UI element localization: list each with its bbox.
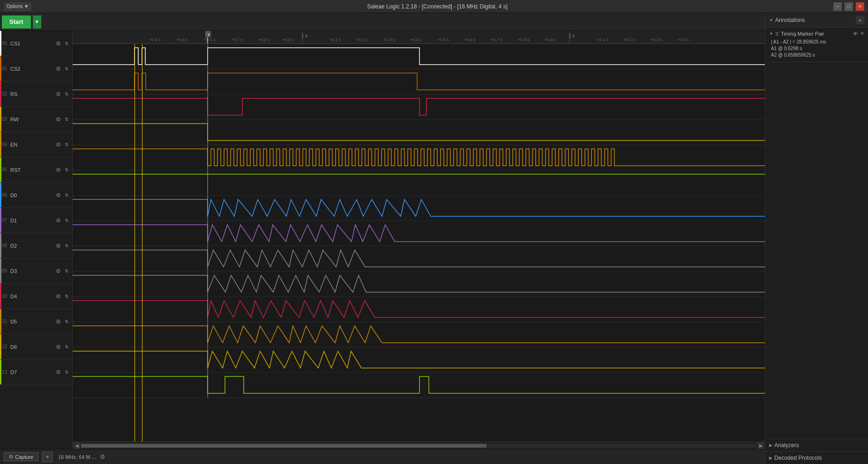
channel-split-1[interactable]: ⇅ (63, 65, 70, 73)
channel-split-8[interactable]: ⇅ (63, 242, 70, 250)
channel-split-3[interactable]: ⇅ (63, 116, 70, 123)
svg-text:+0.6 s: +0.6 s (204, 37, 216, 42)
timing-diff-value: | A1 - A2 | = 28.859625 ms (771, 39, 826, 44)
svg-text:+0.4 s: +0.4 s (149, 37, 161, 42)
channel-split-13[interactable]: ⇅ (63, 368, 70, 376)
timing-diff-row: | A1 - A2 | = 28.859625 ms (769, 39, 864, 44)
waveform-svg-rs (73, 95, 765, 119)
svg-text:+0.8 s: +0.8 s (258, 37, 270, 42)
scrollbar-thumb[interactable] (81, 444, 486, 448)
timing-marker-remove-icon[interactable]: ✕ (860, 30, 864, 37)
waveform-container: 00 CS1 ⚙ ⇅ ··· 01 CS2 ⚙ ⇅ ··· 02 RS ⚙ ⇅ … (0, 31, 765, 449)
decoded-protocols-title: Decoded Protocols (774, 455, 822, 461)
track-row-rw (73, 120, 765, 145)
channel-name-6: D0 (10, 192, 54, 198)
start-arrow-button[interactable]: ▼ (33, 15, 41, 29)
sample-rate-label: 16 MHz, 64 M ... (58, 454, 96, 460)
svg-text:+0.2 s: +0.2 s (623, 37, 635, 42)
channel-gear-8[interactable]: ⚙ (54, 242, 62, 250)
channel-name-3: RW (10, 117, 54, 122)
timing-marker-expand-icon[interactable]: ▼ (769, 31, 773, 36)
extend-button[interactable]: » (42, 452, 52, 462)
svg-text:+0.3 s: +0.3 s (651, 37, 662, 42)
channel-gear-2[interactable]: ⚙ (54, 90, 62, 98)
minimize-button[interactable]: ─ (833, 2, 842, 11)
channel-split-7[interactable]: ⇅ (63, 217, 70, 224)
waveform-svg-cs1 (73, 44, 765, 69)
channel-label-row-d4: 10 D4 ⚙ ⇅ ··· (0, 284, 72, 309)
main-area: Start ▼ 00 CS1 ⚙ ⇅ ··· 01 CS2 ⚙ ⇅ ··· 02… (0, 13, 868, 464)
timing-marker-label: Timing Marker Pair (781, 31, 853, 37)
channel-gear-11[interactable]: ⚙ (54, 318, 62, 325)
channel-split-2[interactable]: ⇅ (63, 90, 70, 98)
channel-dots-0: ··· (0, 52, 1, 55)
options-button[interactable]: Options ▼ (4, 2, 31, 11)
timing-marker-eye-icon[interactable]: 👁 (853, 31, 858, 37)
svg-text:+0.1 s: +0.1 s (597, 37, 608, 42)
waveform-svg-en (73, 145, 765, 170)
channel-num-3: 03 (2, 117, 9, 122)
channel-dots-4: ··· (0, 153, 1, 156)
timing-marker-row: ▼ ⧖ Timing Marker Pair 👁 ✕ (769, 30, 864, 37)
channel-split-5[interactable]: ⇅ (63, 166, 70, 174)
annotations-expand-icon[interactable]: ▼ (769, 18, 773, 22)
analyzers-section: ▶ Analyzers (765, 439, 868, 451)
analyzers-title: Analyzers (774, 442, 799, 449)
channel-split-0[interactable]: ⇅ (63, 40, 70, 47)
svg-text:+0.5 s: +0.5 s (437, 37, 449, 42)
channel-gear-1[interactable]: ⚙ (54, 65, 62, 73)
svg-text:▼: ▼ (207, 33, 210, 37)
timeline: 1 s 2 s +0.4 s +0.5 s +0.6 s +0.7 s +0.8… (73, 31, 765, 44)
svg-text:+0.3 s: +0.3 s (383, 37, 395, 42)
scrollbar-track[interactable] (81, 444, 756, 448)
annotations-add-button[interactable]: + (856, 16, 864, 24)
channel-gear-0[interactable]: ⚙ (54, 40, 62, 47)
channel-gear-4[interactable]: ⚙ (54, 141, 62, 148)
waveform-svg-d3 (73, 272, 765, 296)
channel-gear-5[interactable]: ⚙ (54, 166, 62, 174)
channel-gear-7[interactable]: ⚙ (54, 217, 62, 224)
channel-gear-3[interactable]: ⚙ (54, 116, 62, 123)
channel-dots-6: ··· (0, 203, 1, 206)
scrollbar-left-button[interactable]: ◀ (74, 442, 80, 449)
channel-gear-9[interactable]: ⚙ (54, 267, 62, 275)
channel-gear-12[interactable]: ⚙ (54, 343, 62, 351)
channel-split-4[interactable]: ⇅ (63, 141, 70, 148)
channel-name-5: RST (10, 167, 54, 173)
channel-split-12[interactable]: ⇅ (63, 343, 70, 351)
decoded-protocols-expand-icon[interactable]: ▶ (769, 456, 772, 460)
waveform-svg-rst (73, 170, 765, 195)
channel-label-row-rs: 02 RS ⚙ ⇅ ··· (0, 81, 72, 107)
channel-dots-10: ··· (0, 304, 1, 308)
waveform-svg-d6 (73, 347, 765, 372)
channel-split-9[interactable]: ⇅ (63, 267, 70, 275)
svg-text:+0.9 s: +0.9 s (545, 37, 556, 42)
channel-name-0: CS1 (10, 41, 54, 46)
capture-button[interactable]: ⊙ Capture (4, 452, 38, 461)
analyzers-expand-icon[interactable]: ▶ (769, 443, 772, 448)
channel-dots-5: ··· (0, 178, 1, 181)
analyzers-header[interactable]: ▶ Analyzers (769, 442, 864, 449)
settings-icon[interactable]: ⚙ (100, 453, 105, 460)
scrollbar-right-button[interactable]: ▶ (757, 442, 764, 449)
channel-name-8: D2 (10, 243, 54, 249)
channel-label-row-d2: 08 D2 ⚙ ⇅ ··· (0, 233, 72, 258)
channel-split-11[interactable]: ⇅ (63, 318, 70, 325)
bottom-bar: ⊙ Capture » 16 MHz, 64 M ... ⚙ (0, 449, 765, 464)
decoded-protocols-section: ▶ Decoded Protocols (765, 451, 868, 464)
channel-gear-10[interactable]: ⚙ (54, 293, 62, 300)
scrollbar-area[interactable]: ◀ ▶ (73, 442, 765, 449)
close-button[interactable]: ✕ (856, 2, 864, 11)
channel-dots-2: ··· (0, 102, 1, 105)
channel-split-6[interactable]: ⇅ (63, 191, 70, 199)
start-button[interactable]: Start (2, 15, 31, 29)
svg-text:+0.7 s: +0.7 s (231, 37, 243, 42)
channel-gear-6[interactable]: ⚙ (54, 191, 62, 199)
maximize-button[interactable]: □ (845, 2, 853, 11)
channel-dots-3: ··· (0, 127, 1, 131)
decoded-protocols-header[interactable]: ▶ Decoded Protocols (769, 455, 864, 461)
channel-gear-13[interactable]: ⚙ (54, 368, 62, 376)
channel-label-row-cs1: 00 CS1 ⚙ ⇅ ··· (0, 31, 72, 56)
channel-split-10[interactable]: ⇅ (63, 293, 70, 300)
channel-num-11: 11 (2, 319, 9, 324)
